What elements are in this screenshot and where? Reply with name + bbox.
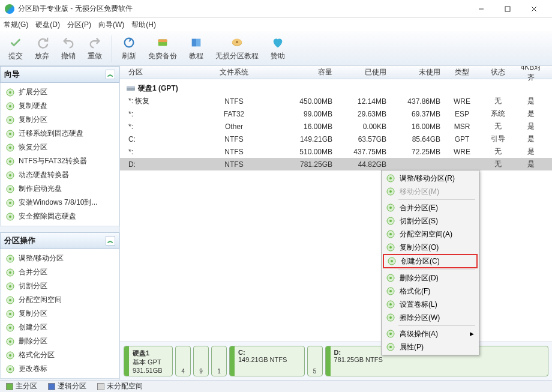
partition-row[interactable]: D:NTFS781.25GB44.82GB无是 — [120, 158, 552, 170]
svg-rect-1 — [505, 7, 510, 11]
context-menu-item[interactable]: 格式化(F) — [383, 285, 478, 298]
check-icon — [8, 35, 23, 50]
app-icon — [5, 4, 14, 14]
item-icon — [5, 323, 15, 333]
menu-item-icon — [385, 328, 396, 339]
svg-point-61 — [389, 246, 392, 249]
wizard-item[interactable]: 动态硬盘转换器 — [1, 168, 119, 182]
context-menu: 调整/移动分区(R)移动分区(M)合并分区(E)切割分区(S)分配空闲空间(A)… — [381, 170, 479, 355]
wizard-panel-header[interactable]: 向导 ︽ — [0, 66, 119, 83]
context-menu-item[interactable]: 删除分区(D) — [383, 271, 478, 285]
commit-button[interactable]: 提交 — [2, 34, 29, 62]
minimize-button[interactable] — [468, 1, 494, 17]
item-icon — [5, 351, 15, 360]
submenu-arrow-icon: ▶ — [470, 331, 474, 337]
context-menu-item[interactable]: 分配空闲空间(A) — [383, 228, 478, 241]
close-button[interactable] — [521, 1, 547, 17]
item-icon — [5, 295, 15, 305]
ops-item[interactable]: 更改卷标 — [1, 362, 119, 376]
wizard-item[interactable]: 扩展分区 — [1, 85, 119, 99]
item-icon — [5, 88, 15, 97]
backup-icon — [155, 35, 170, 50]
ops-item[interactable]: 创建分区 — [1, 321, 119, 334]
context-menu-item[interactable]: 擦除分区(W) — [383, 311, 478, 324]
diskmap-segment[interactable]: 9 — [193, 346, 209, 376]
menu-item-icon — [385, 186, 396, 197]
item-icon — [5, 101, 15, 111]
ops-item[interactable]: 调整/移动分区 — [1, 252, 119, 265]
svg-point-75 — [389, 346, 392, 348]
wizard-item[interactable]: 恢复分区 — [1, 140, 119, 154]
diskmap-segment[interactable]: 1 — [211, 346, 227, 376]
ops-item[interactable]: 删除分区 — [1, 334, 119, 348]
context-menu-item[interactable]: 调整/移动分区(R) — [383, 172, 478, 185]
refresh-button[interactable]: 刷新 — [116, 34, 142, 62]
backup-button[interactable]: 免费备份 — [142, 34, 183, 62]
ops-item[interactable]: 复制分区 — [1, 307, 119, 321]
redo-button[interactable]: 重做 — [82, 34, 108, 62]
menu-general[interactable]: 常规(G) — [4, 20, 28, 30]
menu-disk[interactable]: 硬盘(D) — [35, 20, 60, 30]
ops-item[interactable]: 合并分区 — [1, 265, 119, 279]
item-icon — [5, 115, 15, 125]
menu-item-icon — [385, 216, 396, 226]
context-menu-item[interactable]: 复制分区(O) — [383, 241, 478, 254]
tutorial-button[interactable]: 教程 — [183, 34, 209, 62]
wizard-item[interactable]: 安装Windows 7/8/10到... — [1, 196, 119, 210]
wizard-item[interactable]: 复制硬盘 — [1, 99, 119, 113]
maximize-button[interactable] — [494, 1, 521, 17]
item-icon — [5, 143, 15, 152]
main-area: 分区 文件系统 容量 已使用 未使用 类型 状态 4KB对齐 硬盘1 (GPT)… — [120, 66, 552, 380]
svg-point-17 — [9, 133, 11, 135]
context-menu-item[interactable]: 高级操作(A)▶ — [383, 327, 478, 340]
menu-partition[interactable]: 分区(P) — [67, 20, 91, 30]
svg-point-4 — [125, 38, 134, 47]
context-menu-item[interactable]: 创建分区(C) — [383, 254, 478, 268]
svg-point-9 — [236, 41, 238, 43]
svg-point-51 — [389, 177, 392, 179]
svg-rect-6 — [158, 40, 167, 43]
partition-row[interactable]: *: 恢复NTFS450.00MB12.14MB437.86MBWRE无是 — [120, 95, 552, 107]
collapse-icon[interactable]: ︽ — [106, 70, 115, 79]
disk-summary[interactable]: 硬盘1基本 GPT931.51GB — [124, 346, 173, 376]
undo-button[interactable]: 撤销 — [55, 34, 82, 62]
disk-tutorial-icon — [230, 35, 244, 50]
svg-point-15 — [9, 119, 11, 121]
ops-item[interactable]: 切割分区 — [1, 279, 119, 293]
context-menu-item[interactable]: 合并分区(E) — [383, 201, 478, 214]
svg-point-53 — [389, 190, 392, 193]
wizard-item[interactable]: 迁移系统到固态硬盘 — [1, 127, 119, 140]
item-icon — [5, 170, 15, 180]
svg-point-35 — [9, 285, 11, 288]
discard-button[interactable]: 放弃 — [29, 34, 55, 62]
wizard-item[interactable]: 制作启动光盘 — [1, 182, 119, 196]
wizard-item[interactable]: 复制分区 — [1, 113, 119, 127]
menu-help[interactable]: 帮助(H) — [131, 20, 156, 30]
partition-row[interactable]: *:Other16.00MB0.00KB16.00MBMSR无是 — [120, 120, 552, 133]
partition-row[interactable]: *:FAT3299.00MB29.63MB69.37MBESP系统是 — [120, 107, 552, 120]
context-menu-item[interactable]: 切割分区(S) — [383, 214, 478, 228]
svg-point-21 — [9, 160, 11, 163]
partition-row[interactable]: C:NTFS149.21GB63.57GB85.64GBGPT引导是 — [120, 133, 552, 145]
diskmap-segment[interactable]: C:149.21GB NTFS — [229, 346, 305, 376]
svg-point-11 — [9, 91, 11, 94]
redo-icon — [88, 35, 102, 50]
diskmap-segment[interactable]: 4 — [175, 346, 191, 376]
context-menu-item[interactable]: 设置卷标(L) — [383, 298, 478, 311]
donate-button[interactable]: 赞助 — [265, 34, 291, 62]
ops-panel-header[interactable]: 分区操作 ︽ — [0, 232, 119, 249]
svg-point-69 — [389, 303, 392, 306]
lossless-tutorial-button[interactable]: 无损分区教程 — [209, 34, 265, 62]
disk-group-header[interactable]: 硬盘1 (GPT) — [120, 79, 552, 95]
collapse-icon[interactable]: ︽ — [106, 236, 115, 246]
ops-item[interactable]: 分配空闲空间 — [1, 293, 119, 307]
context-menu-item[interactable]: 属性(P) — [383, 340, 478, 354]
partition-row[interactable]: *:NTFS510.00MB437.75MB72.25MBWRE无是 — [120, 145, 552, 158]
ops-item[interactable]: 格式化分区 — [1, 348, 119, 362]
svg-point-33 — [9, 271, 11, 274]
svg-point-31 — [9, 258, 11, 260]
wizard-item[interactable]: 安全擦除固态硬盘 — [1, 210, 119, 223]
menu-wizard[interactable]: 向导(W) — [98, 20, 124, 30]
diskmap-segment[interactable]: 5 — [307, 346, 323, 376]
wizard-item[interactable]: NTFS与FAT32转换器 — [1, 154, 119, 168]
